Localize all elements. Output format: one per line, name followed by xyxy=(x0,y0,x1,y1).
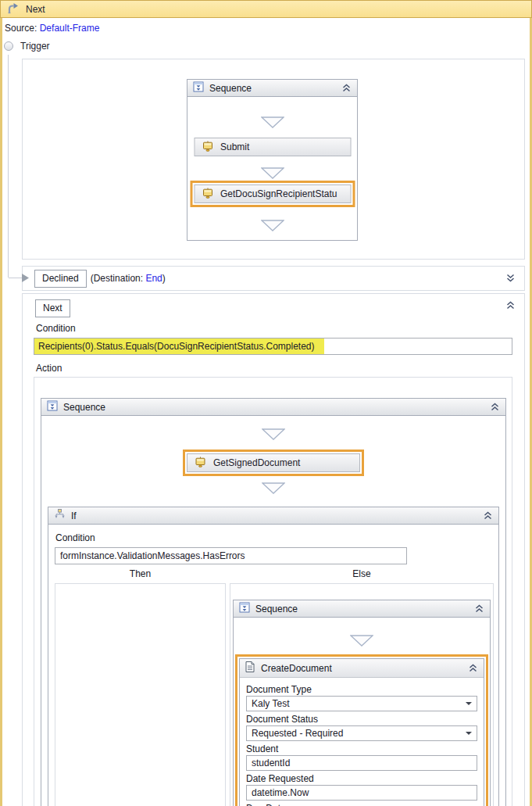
sequence-header[interactable]: Sequence xyxy=(41,399,505,416)
else-panel: Sequence xyxy=(230,583,494,806)
chevron-double-up-icon xyxy=(505,301,516,310)
createdocument-title: CreateDocument xyxy=(261,663,462,674)
flow-connector-icon xyxy=(262,428,285,442)
field-label-due-date: Due Date xyxy=(246,803,477,806)
date-requested-input[interactable]: datetime.Now xyxy=(246,785,477,801)
dropdown-arrow-icon xyxy=(466,732,472,735)
chevron-double-up-icon xyxy=(341,84,352,92)
highlighted-condition-text: Recipients(0).Status.Equals(DocuSignReci… xyxy=(34,339,324,354)
if-title: If xyxy=(71,510,477,521)
trigger-radio-icon[interactable] xyxy=(4,41,13,51)
activity-createdocument[interactable]: CreateDocument Document Type Kaly Test xyxy=(239,658,484,806)
combo-value: Requested - Required xyxy=(252,728,343,739)
collapse-button[interactable] xyxy=(505,301,516,310)
activity-label: GetDocuSignRecipientStatu xyxy=(220,188,337,199)
sequence-title: Sequence xyxy=(255,604,469,614)
sequence-header[interactable]: Sequence xyxy=(187,80,357,97)
sequence-activity[interactable]: Sequence xyxy=(233,600,491,806)
chevron-double-down-icon xyxy=(505,274,516,282)
next-button[interactable]: Next xyxy=(35,299,70,317)
declined-connector-line xyxy=(9,278,22,278)
collapse-button[interactable] xyxy=(474,604,484,613)
action-panel: Sequence GetSignedDocument xyxy=(34,377,512,806)
condition-label: Condition xyxy=(36,323,76,334)
activity-getdocusignrecipientstatus[interactable]: GetDocuSignRecipientStatu xyxy=(194,184,351,203)
collapse-button[interactable] xyxy=(483,511,493,520)
titlebar: Next xyxy=(0,0,532,18)
then-label: Then xyxy=(55,568,226,579)
sequence-header[interactable]: Sequence xyxy=(234,600,490,618)
activity-label: Submit xyxy=(220,141,249,152)
selection-border-left xyxy=(0,18,2,806)
if-activity[interactable]: If Condition formInstance.ValidationMess… xyxy=(48,507,499,806)
else-label: Else xyxy=(230,568,494,579)
chevron-double-up-icon xyxy=(468,664,478,672)
flow-connector-icon xyxy=(261,167,284,181)
destination-text: (Destination: End) xyxy=(91,273,166,284)
field-label-document-status: Document Status xyxy=(246,714,477,725)
sequence-icon xyxy=(193,81,204,95)
collapse-button[interactable] xyxy=(468,664,478,672)
condition-label: Condition xyxy=(55,532,95,543)
selection-highlight: GetDocuSignRecipientStatu xyxy=(190,181,355,207)
activity-icon xyxy=(195,457,206,470)
sequence-activity[interactable]: Sequence GetSignedDocument xyxy=(41,398,506,806)
flow-connector-icon xyxy=(262,482,285,496)
chevron-double-up-icon xyxy=(483,511,493,520)
source-line: Source: Default-Frame xyxy=(5,23,99,34)
sequence-icon xyxy=(239,602,250,615)
action-label: Action xyxy=(36,363,62,374)
sequence-title: Sequence xyxy=(63,402,484,413)
page-title: Next xyxy=(26,4,45,15)
collapse-button[interactable] xyxy=(490,403,500,411)
document-icon xyxy=(245,661,255,675)
sequence-title: Sequence xyxy=(209,83,336,94)
field-label-document-type: Document Type xyxy=(246,684,477,695)
field-label-date-requested: Date Requested xyxy=(246,773,477,784)
next-transition-section: Next Condition Recipients(0).Status.Equa… xyxy=(22,293,525,806)
combo-document-status[interactable]: Requested - Required xyxy=(246,725,477,741)
condition-input[interactable]: Recipients(0).Status.Equals(DocuSignReci… xyxy=(34,338,512,355)
createdocument-header[interactable]: CreateDocument xyxy=(240,659,484,678)
source-link[interactable]: Default-Frame xyxy=(40,23,100,34)
createdocument-body: Document Type Kaly Test Document Status xyxy=(240,678,484,806)
combo-value: Kaly Test xyxy=(252,698,289,709)
sequence-activity[interactable]: Sequence Submit GetDocuSignRecipientStat… xyxy=(187,79,358,241)
field-label-student: Student xyxy=(246,743,477,754)
trigger-label: Trigger xyxy=(20,41,50,52)
dropdown-arrow-icon xyxy=(466,702,472,705)
declined-transition-row: Declined (Destination: End) xyxy=(22,266,525,291)
flow-connector-icon xyxy=(350,635,373,649)
flow-connector-icon xyxy=(261,220,284,234)
selection-highlight: CreateDocument Document Type Kaly Test xyxy=(235,654,488,806)
activity-icon xyxy=(202,141,213,154)
collapse-button[interactable] xyxy=(341,84,352,92)
activity-submit[interactable]: Submit xyxy=(194,138,351,156)
chevron-double-up-icon xyxy=(474,604,484,613)
chevron-double-up-icon xyxy=(490,403,500,411)
flow-connector-icon xyxy=(261,116,284,131)
expand-button[interactable] xyxy=(505,274,516,282)
student-input[interactable]: studentId xyxy=(246,755,477,771)
workflow-transition-designer: Next Source: Default-Frame Trigger Seque… xyxy=(0,0,532,806)
activity-label: GetSignedDocument xyxy=(213,457,300,468)
connector-arrow-icon xyxy=(22,274,30,285)
trigger-row: Trigger xyxy=(4,41,50,52)
sequence-icon xyxy=(47,400,58,414)
destination-link[interactable]: End xyxy=(145,273,162,284)
selection-highlight: GetSignedDocument xyxy=(183,450,364,476)
source-label: Source: xyxy=(5,23,37,34)
if-header[interactable]: If xyxy=(48,507,498,525)
declined-button[interactable]: Declined xyxy=(34,270,87,288)
activity-icon xyxy=(202,188,213,201)
trigger-connector-line xyxy=(8,55,9,278)
if-condition-input[interactable]: formInstance.ValidationMessages.HasError… xyxy=(55,547,407,564)
then-panel[interactable] xyxy=(55,583,226,806)
activity-getsigneddocument[interactable]: GetSignedDocument xyxy=(187,453,360,472)
transition-icon xyxy=(6,2,19,16)
combo-document-type[interactable]: Kaly Test xyxy=(246,696,477,711)
if-icon xyxy=(54,509,66,522)
trigger-panel: Sequence Submit GetDocuSignRecipientStat… xyxy=(22,59,525,260)
